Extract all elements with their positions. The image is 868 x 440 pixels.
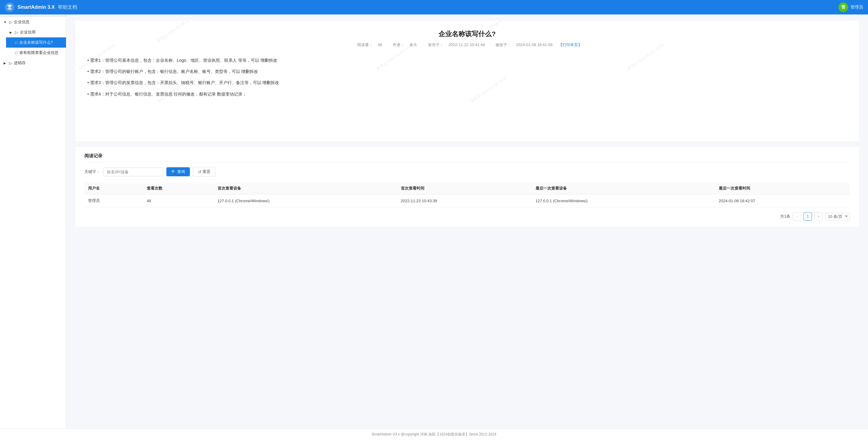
sidebar-item-inventory[interactable]: ▶ ▷ 进销存 (0, 58, 66, 68)
requirement-item: 需求1：管理公司基本信息，包含：企业名称、Logo、地区、营业执照、联系人 等等… (87, 55, 847, 66)
query-label: 查询 (177, 169, 185, 175)
doc-icon-permission: □ (15, 51, 18, 55)
app-subtitle: 帮助文档 (58, 4, 77, 10)
article-title: 企业名称该写什么? (87, 30, 847, 38)
smartadmin-logo-icon (5, 2, 14, 12)
footer: SmartAdmin V3.x @copyright 河南 洛阳【1024创新实… (0, 429, 868, 440)
table-cell: 管理员 (84, 194, 143, 207)
page-1-button[interactable]: 1 (804, 212, 812, 221)
prev-page-button[interactable]: ‹ (793, 212, 801, 221)
sidebar-item-enterprise-name[interactable]: ▶ □ 企业名称该写什么? (6, 37, 66, 48)
table-header-row: 用户名查看次数首次查看设备首次查看时间最后一次查看设备最后一次查看时间 (84, 183, 850, 194)
user-avatar: 管 (838, 2, 848, 12)
app-title: SmartAdmin 3.X (18, 4, 55, 10)
main-layout: ▼ ▷ 企业信息 ▶ ▷ 企业信用 ▶ □ 企业名称该写什么? (0, 14, 868, 429)
table-column-header: 首次查看时间 (397, 183, 532, 194)
search-icon: 🔍 (171, 170, 176, 174)
tree-arrow-credit: ▶ (10, 31, 13, 34)
sidebar-label-enterprise-permission: 谁有权限查看企业信息 (19, 50, 62, 56)
table-column-header: 首次查看设备 (214, 183, 397, 194)
article-body: 需求1：管理公司基本信息，包含：企业名称、Logo、地区、营业执照、联系人 等等… (87, 55, 847, 100)
next-page-button[interactable]: › (814, 212, 823, 221)
tree-arrow-enterprise: ▼ (4, 21, 7, 24)
read-count-label: 阅读量：48 (355, 42, 385, 47)
table-row: 管理员48127.0.0.1 (Chrome/Windows/)2022-11-… (84, 194, 850, 207)
search-query-button[interactable]: 🔍 查询 (166, 167, 190, 176)
table-header: 用户名查看次数首次查看设备首次查看时间最后一次查看设备最后一次查看时间 (84, 183, 850, 194)
search-input[interactable] (103, 167, 163, 176)
print-link[interactable]: 【打印本页】 (558, 42, 582, 47)
reset-label: 重置 (203, 169, 210, 175)
table-column-header: 最后一次查看时间 (715, 183, 850, 194)
header-right: 管 管理员 (838, 2, 863, 12)
table-column-header: 用户名 (84, 183, 143, 194)
tree-arrow-inventory: ▶ (4, 61, 7, 65)
author-label: 作者：卓大 (390, 42, 421, 47)
sidebar-children-enterprise: ▶ ▷ 企业信用 ▶ □ 企业名称该写什么? ▶ □ 谁有权限查看企业信息 (0, 27, 66, 58)
table-column-header: 最后一次查看设备 (532, 183, 715, 194)
modify-time: 修改于：2024-01-08 18:41:58 (493, 42, 556, 47)
reading-records-table: 用户名查看次数首次查看设备首次查看时间最后一次查看设备最后一次查看时间 管理员4… (84, 183, 850, 207)
table-column-header: 查看次数 (143, 183, 214, 194)
folder-open-icon: ▷ (9, 20, 12, 24)
doc-icon-name: □ (15, 40, 18, 45)
header-left: SmartAdmin 3.X 帮助文档 (5, 2, 77, 12)
sidebar-item-enterprise-credit[interactable]: ▶ ▷ 企业信用 (6, 27, 66, 37)
table-cell: 48 (143, 194, 214, 207)
table-cell: 127.0.0.1 (Chrome/Windows/) (214, 194, 397, 207)
requirements-list: 需求1：管理公司基本信息，包含：企业名称、Logo、地区、营业执照、联系人 等等… (87, 55, 847, 100)
per-page-select[interactable]: 10 条/页 20 条/页 50 条/页 (825, 213, 850, 220)
sidebar: ▼ ▷ 企业信息 ▶ ▷ 企业信用 ▶ □ 企业名称该写什么? (0, 14, 66, 429)
sidebar-scroll-top (0, 14, 66, 17)
requirement-item: 需求2：管理公司的银行账户，包含：银行信息、账户名称、账号、类型等，可以 增删拆… (87, 66, 847, 77)
sidebar-label-inventory: 进销存 (14, 60, 62, 66)
sidebar-item-enterprise-permission[interactable]: ▶ □ 谁有权限查看企业信息 (6, 48, 66, 58)
requirement-item: 需求3：管理公司的发票信息，包含：开票抬头、纳税号、银行账户、开户行、备注等，可… (87, 77, 847, 88)
search-reset-button[interactable]: ↺ 重置 (193, 167, 216, 177)
search-bar: 关键字： 🔍 查询 ↺ 重置 (84, 167, 850, 177)
total-count: 共1条 (780, 214, 790, 219)
folder-icon-credit: ▷ (15, 30, 18, 35)
sidebar-label-enterprise-name: 企业名称该写什么? (19, 40, 62, 45)
reading-records-section: 阅读记录 关键字： 🔍 查询 ↺ 重置 用户名查看次数首次查看设备首次查看时间最… (75, 147, 859, 227)
sidebar-label-enterprise-credit: 企业信用 (20, 30, 62, 35)
table-cell: 2024-01-08 18:42:07 (715, 194, 850, 207)
section-title: 阅读记录 (84, 153, 850, 162)
requirement-item: 需求4：对于公司信息、银行信息、发票信息 任何的修改，都有记录 数据变动记录； (87, 89, 847, 100)
table-cell: 2022-11-22 10:43:39 (397, 194, 532, 207)
article-meta: 阅读量：48 作者：卓大 发布于：2022-11-22 10:41:48 修改于… (87, 42, 847, 48)
article-container: 管理员 2024-01-08 18:41 管理员 2024-01-08 18:4… (75, 21, 859, 141)
pagination: 共1条 ‹ 1 › 10 条/页 20 条/页 50 条/页 (84, 212, 850, 221)
footer-text: SmartAdmin V3.x @copyright 河南 洛阳【1024创新实… (372, 432, 496, 436)
content-area: 管理员 2024-01-08 18:41 管理员 2024-01-08 18:4… (66, 14, 868, 429)
user-name-label: 管理员 (850, 4, 863, 10)
table-cell: 127.0.0.1 (Chrome/Windows/) (532, 194, 715, 207)
top-header: SmartAdmin 3.X 帮助文档 管 管理员 (0, 0, 868, 14)
reset-icon: ↺ (198, 170, 201, 174)
publish-time: 发布于：2022-11-22 10:41:48 (426, 42, 488, 47)
table-body: 管理员48127.0.0.1 (Chrome/Windows/)2022-11-… (84, 194, 850, 207)
sidebar-label-enterprise-info: 企业信息 (14, 19, 62, 25)
sidebar-item-enterprise-info[interactable]: ▼ ▷ 企业信息 (0, 17, 66, 27)
search-label: 关键字： (84, 169, 100, 175)
folder-icon-inventory: ▷ (9, 61, 12, 65)
